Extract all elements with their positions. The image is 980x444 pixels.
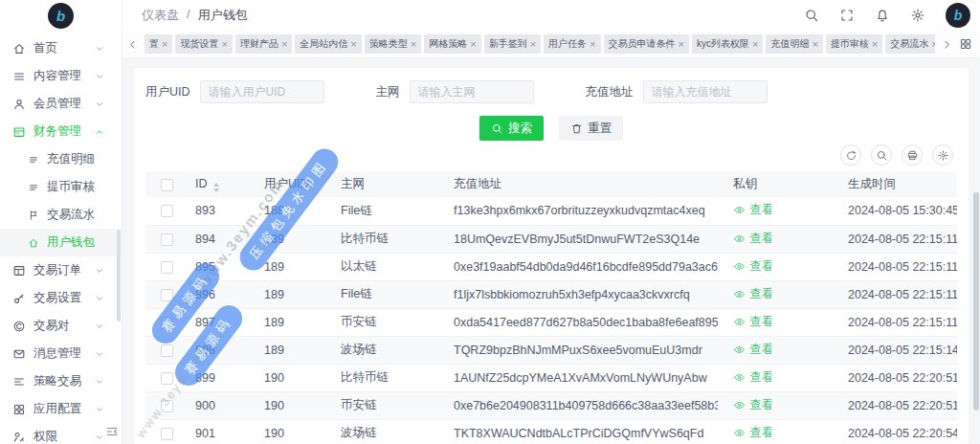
tab-scroll-left-icon[interactable]: [126, 38, 139, 51]
tab-close-icon[interactable]: ×: [470, 39, 476, 50]
fullscreen-icon[interactable]: [839, 8, 855, 23]
sidebar-item-交易对[interactable]: 交易对: [0, 312, 122, 340]
tab-交易员申请条件[interactable]: 交易员申请条件×: [604, 34, 689, 54]
tab-理财产品[interactable]: 理财产品×: [235, 34, 292, 54]
tab-close-icon[interactable]: ×: [162, 39, 167, 50]
tab-网格策略[interactable]: 网格策略×: [424, 34, 480, 54]
view-private-key-link[interactable]: 查看: [733, 397, 773, 413]
tab-scroll-right-icon[interactable]: [941, 38, 953, 51]
table-row: 901190波场链TKT8XWAUCNdtbALcTPrCiDGQmfVYwS6…: [145, 419, 957, 444]
uid-input[interactable]: [200, 80, 324, 103]
tab-close-icon[interactable]: ×: [281, 39, 287, 50]
row-checkbox[interactable]: [161, 344, 173, 357]
sort-icons[interactable]: [213, 183, 219, 192]
tab-置[interactable]: 置×: [145, 34, 172, 54]
tab-close-icon[interactable]: ×: [812, 39, 817, 50]
sidebar-item-策略交易[interactable]: 策略交易: [0, 367, 122, 395]
tab-全局站内信[interactable]: 全局站内信×: [295, 34, 361, 54]
sidebar-item-财务管理[interactable]: 财务管理: [0, 118, 122, 145]
sidebar-subitem-交易流水[interactable]: 交易流水: [0, 201, 122, 229]
sidebar-scrollbar[interactable]: [117, 230, 121, 322]
row-checkbox[interactable]: [161, 261, 173, 274]
sidebar-item-会员管理[interactable]: 会员管理: [0, 90, 122, 118]
reset-button-label: 重置: [588, 121, 612, 137]
sidebar-item-消息管理[interactable]: 消息管理: [0, 340, 122, 367]
tab-新手签到[interactable]: 新手签到×: [484, 34, 541, 54]
sidebar-subitem-充值明细[interactable]: 充值明细: [0, 145, 122, 173]
view-private-key-link[interactable]: 查看: [733, 231, 773, 247]
row-checkbox[interactable]: [161, 372, 173, 385]
row-checkbox[interactable]: [161, 205, 173, 217]
fullscreen-icon: [839, 8, 855, 23]
sidebar-item-权限[interactable]: 权限: [0, 423, 122, 444]
chevron-down-icon: [94, 99, 105, 110]
cell-time: 2024-08-05 22:20:54: [833, 419, 957, 444]
breadcrumb-root[interactable]: 仪表盘: [142, 7, 179, 24]
tab-label: 置: [149, 37, 159, 51]
sidebar-subitem-提币审核[interactable]: 提币审核: [0, 173, 122, 201]
trash-icon: [570, 122, 583, 135]
sidebar-item-首页[interactable]: 首页: [0, 34, 122, 62]
row-checkbox[interactable]: [161, 428, 173, 440]
tab-close-icon[interactable]: ×: [752, 39, 758, 50]
view-private-key-link[interactable]: 查看: [733, 369, 773, 386]
tab-提币审核[interactable]: 提币审核×: [826, 34, 882, 54]
tab-close-icon[interactable]: ×: [590, 39, 595, 50]
row-checkbox[interactable]: [161, 400, 173, 412]
address-input[interactable]: [643, 80, 768, 103]
main-scrollbar[interactable]: [973, 192, 979, 411]
reset-button[interactable]: 重置: [559, 116, 623, 141]
sidebar-item-内容管理[interactable]: 内容管理: [0, 62, 122, 90]
tab-close-icon[interactable]: ×: [411, 39, 416, 50]
search-icon[interactable]: [804, 8, 819, 23]
tab-交易流水[interactable]: 交易流水×: [885, 34, 935, 54]
cell-id: 898: [180, 336, 249, 364]
sidebar-item-应用配置[interactable]: 应用配置: [0, 395, 122, 423]
sidebar-item-交易订单[interactable]: 交易订单: [0, 256, 122, 284]
tab-options-icon[interactable]: [959, 37, 972, 51]
gear-tool-button[interactable]: [932, 144, 953, 166]
view-private-key-link[interactable]: 查看: [733, 258, 773, 275]
sidebar-item-交易设置[interactable]: 交易设置: [0, 284, 122, 312]
row-checkbox[interactable]: [161, 317, 173, 329]
tab-kyc列表权限[interactable]: kyc列表权限×: [692, 34, 763, 54]
tab-close-icon[interactable]: ×: [679, 39, 684, 50]
view-private-key-link[interactable]: 查看: [733, 314, 773, 330]
view-private-key-link[interactable]: 查看: [733, 425, 773, 441]
search-button[interactable]: 搜索: [479, 116, 544, 141]
cell-select: [145, 419, 180, 444]
cell-id: 894: [180, 225, 249, 253]
refresh-tool-button[interactable]: [840, 144, 861, 166]
tab-close-icon[interactable]: ×: [350, 39, 356, 50]
tab-策略类型[interactable]: 策略类型×: [365, 34, 421, 54]
row-checkbox[interactable]: [161, 289, 173, 301]
gear-icon: [910, 8, 925, 23]
printer-tool-button[interactable]: [902, 144, 923, 166]
view-private-key-link[interactable]: 查看: [733, 202, 773, 218]
view-private-key-link[interactable]: 查看: [733, 286, 773, 302]
logo-letter: b: [56, 8, 65, 24]
view-private-key-link[interactable]: 查看: [733, 342, 773, 358]
app-logo[interactable]: b: [48, 3, 74, 29]
search-tool-button[interactable]: [871, 144, 892, 166]
flag-icon: [28, 210, 39, 221]
select-all-checkbox[interactable]: [161, 179, 173, 191]
bell-icon[interactable]: [875, 8, 890, 23]
sidebar-collapse-button[interactable]: [105, 425, 119, 438]
row-checkbox[interactable]: [161, 233, 173, 246]
tab-close-icon[interactable]: ×: [530, 39, 536, 50]
cell-private-key: 查看: [718, 419, 833, 444]
cell-uid: 190: [249, 391, 325, 419]
tab-close-icon[interactable]: ×: [221, 39, 227, 50]
gear-icon[interactable]: [910, 8, 925, 23]
cell-select: [145, 225, 180, 253]
tab-现货设置[interactable]: 现货设置×: [175, 34, 232, 54]
user-avatar[interactable]: b: [946, 3, 970, 28]
tab-充值明细[interactable]: 充值明细×: [766, 34, 822, 54]
tab-用户任务[interactable]: 用户任务×: [544, 34, 600, 54]
tab-close-icon[interactable]: ×: [872, 39, 878, 50]
sidebar-subitem-用户钱包[interactable]: 用户钱包: [0, 229, 122, 256]
view-label: 查看: [749, 314, 773, 330]
chain-input[interactable]: [410, 80, 534, 103]
tab-close-icon[interactable]: ×: [931, 39, 935, 50]
